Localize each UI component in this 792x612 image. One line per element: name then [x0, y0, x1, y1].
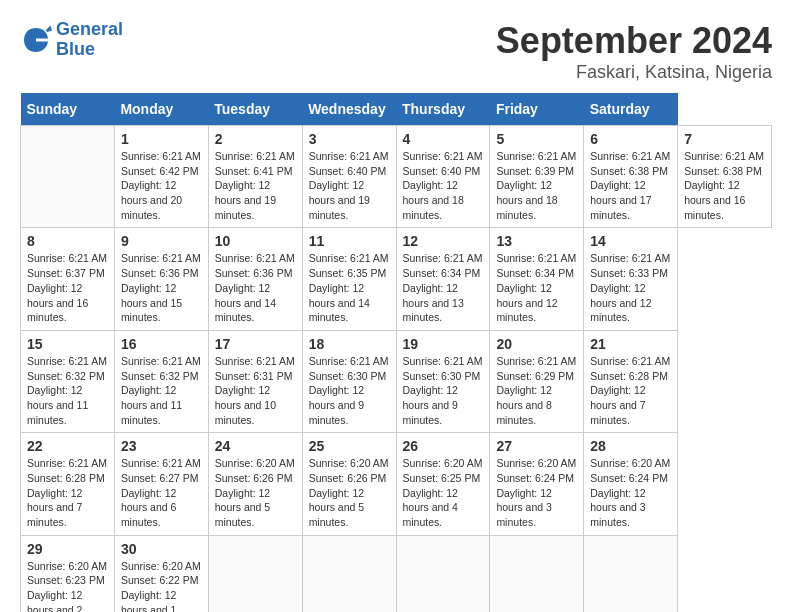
- month-title: September 2024: [496, 20, 772, 62]
- day-number: 17: [215, 336, 296, 352]
- calendar-cell: 28Sunrise: 6:20 AM Sunset: 6:24 PM Dayli…: [584, 433, 678, 535]
- calendar-cell: 13Sunrise: 6:21 AM Sunset: 6:34 PM Dayli…: [490, 228, 584, 330]
- day-number: 16: [121, 336, 202, 352]
- day-number: 3: [309, 131, 390, 147]
- cell-info: Sunrise: 6:20 AM Sunset: 6:24 PM Dayligh…: [590, 456, 671, 529]
- day-number: 2: [215, 131, 296, 147]
- calendar-cell: 11Sunrise: 6:21 AM Sunset: 6:35 PM Dayli…: [302, 228, 396, 330]
- cell-info: Sunrise: 6:21 AM Sunset: 6:34 PM Dayligh…: [403, 251, 484, 324]
- day-number: 27: [496, 438, 577, 454]
- day-number: 12: [403, 233, 484, 249]
- calendar-cell: 19Sunrise: 6:21 AM Sunset: 6:30 PM Dayli…: [396, 330, 490, 432]
- day-number: 11: [309, 233, 390, 249]
- logo: General Blue: [20, 20, 123, 60]
- location-title: Faskari, Katsina, Nigeria: [496, 62, 772, 83]
- cell-info: Sunrise: 6:21 AM Sunset: 6:27 PM Dayligh…: [121, 456, 202, 529]
- calendar-cell: 17Sunrise: 6:21 AM Sunset: 6:31 PM Dayli…: [208, 330, 302, 432]
- calendar-cell: 5Sunrise: 6:21 AM Sunset: 6:39 PM Daylig…: [490, 126, 584, 228]
- day-number: 7: [684, 131, 765, 147]
- calendar-cell: [21, 126, 115, 228]
- cell-info: Sunrise: 6:21 AM Sunset: 6:40 PM Dayligh…: [403, 149, 484, 222]
- cell-info: Sunrise: 6:20 AM Sunset: 6:24 PM Dayligh…: [496, 456, 577, 529]
- day-number: 15: [27, 336, 108, 352]
- title-section: September 2024 Faskari, Katsina, Nigeria: [496, 20, 772, 83]
- calendar-cell: 15Sunrise: 6:21 AM Sunset: 6:32 PM Dayli…: [21, 330, 115, 432]
- cell-info: Sunrise: 6:21 AM Sunset: 6:39 PM Dayligh…: [496, 149, 577, 222]
- calendar-cell: 23Sunrise: 6:21 AM Sunset: 6:27 PM Dayli…: [114, 433, 208, 535]
- calendar-cell: 30Sunrise: 6:20 AM Sunset: 6:22 PM Dayli…: [114, 535, 208, 612]
- cell-info: Sunrise: 6:21 AM Sunset: 6:37 PM Dayligh…: [27, 251, 108, 324]
- calendar-cell: 7Sunrise: 6:21 AM Sunset: 6:38 PM Daylig…: [678, 126, 772, 228]
- day-number: 21: [590, 336, 671, 352]
- calendar-cell: [396, 535, 490, 612]
- header-day-thursday: Thursday: [396, 93, 490, 126]
- cell-info: Sunrise: 6:21 AM Sunset: 6:40 PM Dayligh…: [309, 149, 390, 222]
- header-day-tuesday: Tuesday: [208, 93, 302, 126]
- cell-info: Sunrise: 6:21 AM Sunset: 6:28 PM Dayligh…: [27, 456, 108, 529]
- calendar-cell: 6Sunrise: 6:21 AM Sunset: 6:38 PM Daylig…: [584, 126, 678, 228]
- calendar-cell: 27Sunrise: 6:20 AM Sunset: 6:24 PM Dayli…: [490, 433, 584, 535]
- cell-info: Sunrise: 6:21 AM Sunset: 6:30 PM Dayligh…: [309, 354, 390, 427]
- calendar-week-row: 8Sunrise: 6:21 AM Sunset: 6:37 PM Daylig…: [21, 228, 772, 330]
- calendar-cell: 18Sunrise: 6:21 AM Sunset: 6:30 PM Dayli…: [302, 330, 396, 432]
- calendar-header-row: SundayMondayTuesdayWednesdayThursdayFrid…: [21, 93, 772, 126]
- cell-info: Sunrise: 6:20 AM Sunset: 6:26 PM Dayligh…: [309, 456, 390, 529]
- cell-info: Sunrise: 6:21 AM Sunset: 6:38 PM Dayligh…: [684, 149, 765, 222]
- calendar-table: SundayMondayTuesdayWednesdayThursdayFrid…: [20, 93, 772, 612]
- calendar-cell: 26Sunrise: 6:20 AM Sunset: 6:25 PM Dayli…: [396, 433, 490, 535]
- day-number: 29: [27, 541, 108, 557]
- cell-info: Sunrise: 6:21 AM Sunset: 6:42 PM Dayligh…: [121, 149, 202, 222]
- header-day-saturday: Saturday: [584, 93, 678, 126]
- cell-info: Sunrise: 6:20 AM Sunset: 6:25 PM Dayligh…: [403, 456, 484, 529]
- calendar-cell: [584, 535, 678, 612]
- cell-info: Sunrise: 6:21 AM Sunset: 6:35 PM Dayligh…: [309, 251, 390, 324]
- header-day-monday: Monday: [114, 93, 208, 126]
- cell-info: Sunrise: 6:20 AM Sunset: 6:26 PM Dayligh…: [215, 456, 296, 529]
- header-day-wednesday: Wednesday: [302, 93, 396, 126]
- cell-info: Sunrise: 6:21 AM Sunset: 6:32 PM Dayligh…: [121, 354, 202, 427]
- cell-info: Sunrise: 6:20 AM Sunset: 6:23 PM Dayligh…: [27, 559, 108, 612]
- calendar-cell: 14Sunrise: 6:21 AM Sunset: 6:33 PM Dayli…: [584, 228, 678, 330]
- page-header: General Blue September 2024 Faskari, Kat…: [20, 20, 772, 83]
- calendar-cell: [208, 535, 302, 612]
- cell-info: Sunrise: 6:21 AM Sunset: 6:36 PM Dayligh…: [215, 251, 296, 324]
- day-number: 24: [215, 438, 296, 454]
- calendar-cell: 3Sunrise: 6:21 AM Sunset: 6:40 PM Daylig…: [302, 126, 396, 228]
- day-number: 20: [496, 336, 577, 352]
- day-number: 18: [309, 336, 390, 352]
- calendar-cell: [302, 535, 396, 612]
- calendar-cell: 22Sunrise: 6:21 AM Sunset: 6:28 PM Dayli…: [21, 433, 115, 535]
- day-number: 14: [590, 233, 671, 249]
- cell-info: Sunrise: 6:21 AM Sunset: 6:34 PM Dayligh…: [496, 251, 577, 324]
- day-number: 30: [121, 541, 202, 557]
- cell-info: Sunrise: 6:21 AM Sunset: 6:32 PM Dayligh…: [27, 354, 108, 427]
- calendar-week-row: 29Sunrise: 6:20 AM Sunset: 6:23 PM Dayli…: [21, 535, 772, 612]
- calendar-week-row: 1Sunrise: 6:21 AM Sunset: 6:42 PM Daylig…: [21, 126, 772, 228]
- day-number: 1: [121, 131, 202, 147]
- calendar-cell: 20Sunrise: 6:21 AM Sunset: 6:29 PM Dayli…: [490, 330, 584, 432]
- cell-info: Sunrise: 6:21 AM Sunset: 6:38 PM Dayligh…: [590, 149, 671, 222]
- day-number: 23: [121, 438, 202, 454]
- cell-info: Sunrise: 6:21 AM Sunset: 6:36 PM Dayligh…: [121, 251, 202, 324]
- day-number: 13: [496, 233, 577, 249]
- day-number: 25: [309, 438, 390, 454]
- day-number: 9: [121, 233, 202, 249]
- header-day-sunday: Sunday: [21, 93, 115, 126]
- cell-info: Sunrise: 6:21 AM Sunset: 6:29 PM Dayligh…: [496, 354, 577, 427]
- logo-text: General Blue: [56, 20, 123, 60]
- calendar-cell: 10Sunrise: 6:21 AM Sunset: 6:36 PM Dayli…: [208, 228, 302, 330]
- header-day-friday: Friday: [490, 93, 584, 126]
- cell-info: Sunrise: 6:21 AM Sunset: 6:31 PM Dayligh…: [215, 354, 296, 427]
- cell-info: Sunrise: 6:20 AM Sunset: 6:22 PM Dayligh…: [121, 559, 202, 612]
- cell-info: Sunrise: 6:21 AM Sunset: 6:33 PM Dayligh…: [590, 251, 671, 324]
- calendar-cell: 1Sunrise: 6:21 AM Sunset: 6:42 PM Daylig…: [114, 126, 208, 228]
- calendar-cell: 29Sunrise: 6:20 AM Sunset: 6:23 PM Dayli…: [21, 535, 115, 612]
- day-number: 10: [215, 233, 296, 249]
- day-number: 5: [496, 131, 577, 147]
- day-number: 4: [403, 131, 484, 147]
- calendar-cell: [490, 535, 584, 612]
- calendar-cell: 9Sunrise: 6:21 AM Sunset: 6:36 PM Daylig…: [114, 228, 208, 330]
- calendar-cell: 25Sunrise: 6:20 AM Sunset: 6:26 PM Dayli…: [302, 433, 396, 535]
- calendar-cell: 4Sunrise: 6:21 AM Sunset: 6:40 PM Daylig…: [396, 126, 490, 228]
- logo-icon: [20, 24, 52, 56]
